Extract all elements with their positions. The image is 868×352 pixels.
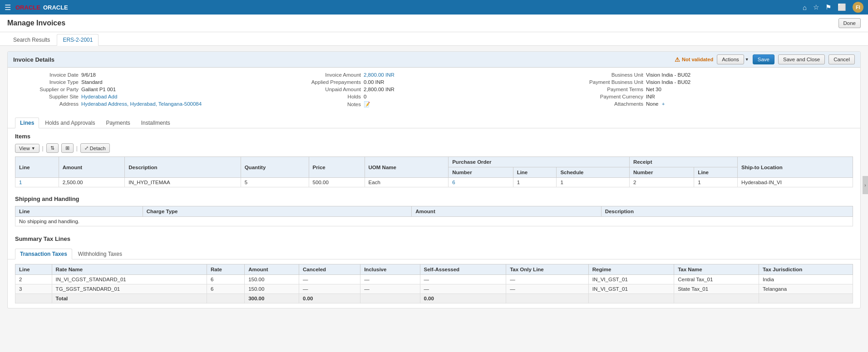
actions-button[interactable]: Actions	[717, 54, 744, 64]
tax-total-empty7	[759, 294, 853, 303]
value-address[interactable]: Hyderabad Address, Hyderabad, Telangana-…	[81, 101, 202, 107]
th-price: Price	[309, 157, 365, 178]
tax-self-assessed-1: —	[420, 275, 506, 284]
tab-ers-2001[interactable]: ERS-2-2001	[57, 34, 99, 46]
value-invoice-date: 9/6/18	[81, 72, 96, 78]
field-applied-prepayments: Applied Prepayments 0.00 INR	[297, 79, 571, 85]
cell-receipt-line: 1	[694, 178, 738, 187]
validation-status: ⚠ Not validated	[675, 56, 713, 63]
done-button[interactable]: Done	[838, 18, 861, 28]
items-title: Items	[15, 133, 853, 140]
tax-rate-1: 6	[207, 275, 244, 284]
label-supplier-site: Supplier Site	[15, 94, 79, 99]
notifications-icon[interactable]: ⚑	[825, 3, 831, 11]
save-close-button[interactable]: Save and Close	[778, 54, 825, 64]
th-tax-jurisdiction: Tax Jurisdiction	[759, 264, 853, 275]
view-button[interactable]: View ▼	[15, 144, 39, 153]
invoice-details-card: Invoice Details ⚠ Not validated Actions …	[7, 51, 861, 308]
items-table: Line Amount Description Quantity Price U…	[15, 156, 853, 187]
table-row: 1 2,500.00 IN_HYD_ITEMAA 5 500.00 Each 6…	[15, 178, 853, 187]
value-applied-prepayments: 0.00 INR	[364, 79, 384, 85]
pages-icon[interactable]: ⬜	[838, 3, 846, 11]
label-invoice-amount: Invoice Amount	[297, 72, 361, 78]
top-navigation: ☰ ORACLE ORACLE ⌂ ☆ ⚑ ⬜ FI	[0, 0, 868, 15]
invoice-header-right: ⚠ Not validated Actions ▼ Save Save and …	[675, 54, 855, 64]
notes-icon[interactable]: 📝	[364, 102, 370, 107]
save-button[interactable]: Save	[753, 54, 774, 64]
hamburger-menu[interactable]: ☰	[5, 3, 11, 12]
value-supplier-site[interactable]: Hyderabad Add	[81, 94, 117, 99]
side-collapse-handle[interactable]: ›	[863, 176, 868, 194]
cell-po-schedule: 1	[557, 178, 630, 187]
tax-inclusive-2: —	[360, 284, 420, 294]
th-tax-inclusive: Inclusive	[360, 264, 420, 275]
value-business-unit: Vision India - BU02	[646, 72, 690, 78]
tab-search-results[interactable]: Search Results	[7, 34, 56, 45]
breadcrumb-tabs: Search Results ERS-2-2001	[0, 32, 868, 46]
actions-dropdown[interactable]: Actions ▼	[717, 54, 749, 64]
cell-ship-to: Hyderabad-IN_VI	[738, 178, 853, 187]
invoice-details-col3: Business Unit Vision India - BU02 Paymen…	[580, 72, 853, 109]
tax-total-self-assessed: 0.00	[420, 294, 506, 303]
th-receipt-group: Receipt	[629, 157, 737, 167]
value-invoice-type: Standard	[81, 79, 103, 85]
sort-button[interactable]: ⇅	[46, 143, 59, 153]
line-link[interactable]: 1	[19, 180, 22, 185]
tab-lines[interactable]: Lines	[15, 117, 39, 128]
th-po-number: Number	[449, 167, 513, 178]
tax-name-1: Central Tax_01	[674, 275, 759, 284]
tab-payments[interactable]: Payments	[101, 117, 135, 128]
label-applied-prepayments: Applied Prepayments	[297, 79, 361, 85]
detach-button[interactable]: ⤢ Detach	[80, 143, 110, 153]
page-header: Manage Invoices Done	[0, 15, 868, 32]
favorites-icon[interactable]: ☆	[813, 3, 819, 11]
tab-installments[interactable]: Installments	[136, 117, 175, 128]
detach-label: Detach	[90, 146, 106, 151]
field-holds: Holds 0	[297, 94, 571, 99]
user-avatar[interactable]: FI	[853, 2, 863, 13]
stl-content: Line Rate Name Rate Amount Canceled Incl…	[8, 259, 860, 308]
tab-withholding-taxes[interactable]: Withholding Taxes	[73, 249, 127, 259]
label-invoice-date: Invoice Date	[15, 72, 79, 78]
view-label: View	[19, 146, 30, 151]
th-receipt-number: Number	[629, 167, 694, 178]
detach-icon: ⤢	[84, 145, 89, 151]
value-payment-business-unit: Vision India - BU02	[646, 79, 690, 85]
shipping-title: Shipping and Handling	[15, 196, 853, 202]
tab-transaction-taxes[interactable]: Transaction Taxes	[15, 249, 72, 259]
tax-canceled-2: —	[299, 284, 360, 294]
value-payment-terms: Net 30	[646, 87, 661, 92]
th-description: Description	[125, 157, 241, 178]
invoice-details-title: Invoice Details	[13, 56, 54, 63]
tax-only-line-1: —	[506, 275, 589, 284]
th-line: Line	[15, 157, 59, 178]
th-po-line: Line	[513, 167, 557, 178]
th-tax-only-line: Tax Only Line	[506, 264, 589, 275]
th-amount: Amount	[59, 157, 125, 178]
tax-rate-2: 6	[207, 284, 244, 294]
value-unpaid-amount: 2,800.00 INR	[364, 87, 395, 92]
th-sh-amount: Amount	[412, 206, 601, 217]
sort-icon: ⇅	[50, 145, 54, 151]
label-supplier-party: Supplier or Party	[15, 87, 79, 92]
invoice-details-grid: Invoice Date 9/6/18 Invoice Type Standar…	[8, 68, 860, 114]
po-number-link[interactable]: 6	[452, 180, 455, 185]
field-unpaid-amount: Unpaid Amount 2,800.00 INR	[297, 87, 571, 92]
items-section: Items View ▼ | ⇅ ⊞ | ⤢ Detach	[8, 128, 860, 192]
attachments-add-icon[interactable]: +	[662, 101, 665, 107]
cancel-button[interactable]: Cancel	[829, 54, 855, 64]
cell-po-line: 1	[513, 178, 557, 187]
tax-self-assessed-2: —	[420, 284, 506, 294]
cell-price: 500.00	[309, 178, 365, 187]
field-invoice-amount: Invoice Amount 2,800.00 INR	[297, 72, 571, 78]
value-invoice-amount[interactable]: 2,800.00 INR	[364, 72, 395, 78]
main-content: Invoice Details ⚠ Not validated Actions …	[0, 46, 868, 319]
th-tax-canceled: Canceled	[299, 264, 360, 275]
tab-holds-approvals[interactable]: Holds and Approvals	[40, 117, 100, 128]
tax-inclusive-1: —	[360, 275, 420, 284]
filter-button[interactable]: ⊞	[61, 143, 74, 153]
field-payment-currency: Payment Currency INR	[580, 94, 853, 99]
value-supplier-party: Gallant P1 001	[81, 87, 116, 92]
home-icon[interactable]: ⌂	[803, 4, 807, 11]
cell-receipt-number: 2	[629, 178, 694, 187]
